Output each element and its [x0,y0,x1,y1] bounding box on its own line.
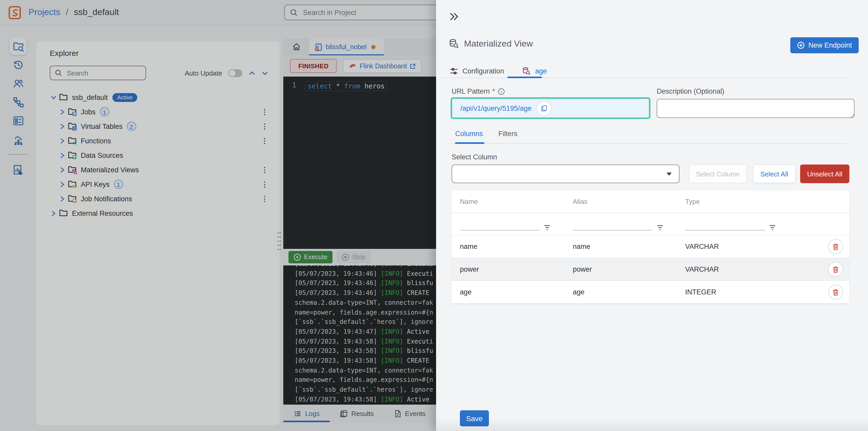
folder-icon [59,208,68,218]
tab-results[interactable]: Results [330,405,384,422]
play-icon [293,254,301,261]
collapse-drawer-icon[interactable] [448,11,459,22]
explorer-search-input[interactable] [66,69,135,77]
filter-input-type[interactable] [685,217,765,231]
caret-icon[interactable] [59,123,66,129]
tree-item[interactable]: Materialized Views ⋮ [36,162,280,177]
caret-icon[interactable] [59,196,66,202]
tree-item[interactable]: Virtual Tables 2 ⋮ [36,119,280,133]
project-search-input[interactable] [302,8,428,17]
select-column-button[interactable]: Select Column [689,165,747,183]
filter-input-alias[interactable] [573,217,653,231]
delete-row-button[interactable] [828,285,843,300]
column-header-type: Type [677,198,804,205]
filter-icon[interactable] [544,225,551,231]
cell-name: power [452,265,564,273]
tabs-divider [441,77,846,78]
home-tab[interactable] [283,38,309,55]
panel-resize-handle[interactable] [277,231,282,251]
cloudera-ssb-logo-icon[interactable] [8,5,22,20]
count-badge: 2 [127,122,136,131]
tree-item[interactable]: f() Functions ⋮ [36,133,280,148]
url-pattern-field[interactable]: /api/v1/query/5195/age [451,97,650,119]
url-pattern-value[interactable]: /api/v1/query/5195/age [460,104,532,112]
rail-pipelines-icon[interactable] [9,93,27,111]
cell-alias: age [564,288,677,296]
caret-icon[interactable] [59,138,66,143]
breadcrumb-separator: / [66,7,68,17]
kebab-menu-icon[interactable]: ⋮ [261,137,268,145]
main-area: Projects / ssb_default [0,0,436,431]
info-icon[interactable] [498,88,505,95]
filter-icon[interactable] [657,225,663,231]
tree-item[interactable]: ssb_default Active ⋮ [36,90,280,104]
tab-age[interactable]: age [522,66,547,75]
active-badge: Active [113,93,137,102]
delete-row-button[interactable] [828,239,843,254]
rail-users-icon[interactable] [9,74,27,92]
kebab-menu-icon[interactable]: ⋮ [261,108,268,116]
tab-configuration[interactable]: Configuration [450,66,504,75]
rail-cloud-resources-icon[interactable] [9,130,27,148]
rail-explorer-icon[interactable] [9,37,27,55]
log-line: [05/07/2023, 19:43:58] [INFO] Active [295,395,436,404]
tab-blissful-nobel[interactable]: blissful_nobel [309,38,384,55]
execute-button[interactable]: Execute [288,251,333,263]
chevron-down-icon [666,171,672,176]
kebab-menu-icon[interactable]: ⋮ [261,195,268,203]
rail-monitoring-icon[interactable] [9,161,27,178]
select-column-label: Select Column [452,153,497,161]
kebab-menu-icon[interactable]: ⋮ [261,180,268,188]
tab-logs[interactable]: Logs [283,405,330,422]
auto-update-toggle[interactable] [228,69,242,77]
new-endpoint-button[interactable]: New Endpoint [790,37,859,53]
save-button[interactable]: Save [460,410,489,426]
table-header-row: Name Alias Type [452,190,849,213]
tree-item[interactable]: External Resources ⋮ [36,206,280,221]
caret-icon[interactable] [50,210,57,216]
kebab-menu-icon[interactable]: ⋮ [261,122,268,130]
log-line: [`ssb`.`ssb_default`.`heros`], ignore [295,317,436,327]
project-search-box [284,5,436,20]
expand-all-icon[interactable] [261,70,268,76]
cell-alias: power [564,265,677,273]
select-all-button[interactable]: Select All [753,165,796,183]
caret-icon[interactable] [59,153,66,158]
unselect-all-button[interactable]: Unselect All [800,165,849,183]
breadcrumb-projects-link[interactable]: Projects [29,7,60,17]
app: Projects / ssb_default [0,0,868,431]
tree-item[interactable]: Jobs 1 ⋮ [36,104,280,119]
collapse-all-icon[interactable] [249,70,255,76]
description-textarea[interactable] [657,99,855,118]
filter-input-name[interactable] [460,217,540,231]
caret-icon[interactable] [59,167,66,172]
sql-editor[interactable]: 1 select * from heros [283,76,436,249]
caret-icon[interactable] [59,109,66,114]
explorer-search-box [50,66,146,80]
tab-events[interactable]: Events [383,405,436,422]
rail-history-icon[interactable] [9,56,27,73]
tree-item-label: Virtual Tables [81,122,122,130]
log-line: [05/07/2023, 19:43:58] [INFO] Executi [295,337,436,346]
tree-item[interactable]: API Keys 1 ⋮ [36,177,280,192]
folder-icon [68,122,77,131]
tree-item[interactable]: Data Sources ⋮ [36,148,280,162]
editor-tabbar: blissful_nobel [283,38,436,56]
delete-row-button[interactable] [828,262,843,277]
rail-forms-icon[interactable] [9,112,27,129]
sliders-icon [450,66,458,75]
stop-button[interactable]: Stop [337,251,371,263]
copy-url-button[interactable] [537,101,552,115]
caret-icon[interactable] [50,94,57,100]
logs-output[interactable]: [05/07/2023, 19:43:46] [INFO] Executi[05… [283,265,436,405]
left-rail [0,25,36,431]
subtab-columns[interactable]: Columns [455,130,483,138]
tree-item[interactable]: Job Notifications ⋮ [36,192,280,206]
kebab-menu-icon[interactable]: ⋮ [261,166,268,174]
caret-icon[interactable] [59,181,66,187]
select-column-dropdown[interactable] [452,165,680,183]
filter-icon[interactable] [769,225,776,231]
flink-dashboard-button[interactable]: Flink Dashboard [343,59,422,73]
execute-bar: Execute Stop [283,249,436,265]
subtab-filters[interactable]: Filters [498,130,518,138]
